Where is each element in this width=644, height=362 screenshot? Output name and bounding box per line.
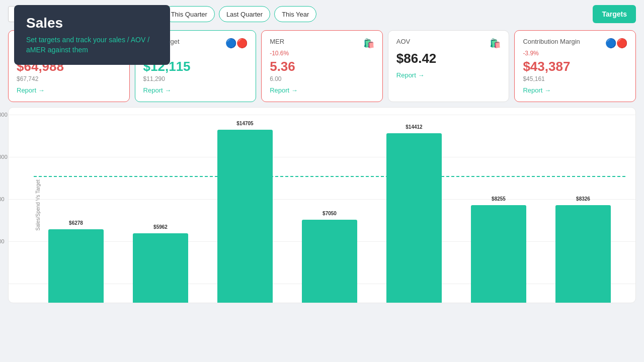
google-icon-4: 🔵🔴 xyxy=(605,38,627,49)
bar: $7050 xyxy=(302,220,357,303)
filter-this-quarter[interactable]: This Quarter xyxy=(164,6,215,22)
bar-value-label: $5962 xyxy=(153,224,168,230)
card-mer-header: MER 🛍️ xyxy=(270,38,374,49)
tooltip-description: Set targets and track your sales / AOV /… xyxy=(26,35,158,55)
card-contribution-change: -3.9% xyxy=(523,50,627,57)
card-aov-value: $86.42 xyxy=(396,51,501,66)
card-contribution-header: Contribution Margin 🔵🔴 xyxy=(523,38,627,49)
top-bar: 9/16/2021 This Month Last Month This Qua… xyxy=(0,0,644,28)
card-ad-subvalue: $11,290 xyxy=(143,75,248,82)
bar-value-label: $14412 xyxy=(406,124,422,130)
card-sales-report[interactable]: Report → xyxy=(17,86,45,94)
card-mer: MER 🛍️ -10.6% 5.36 6.00 Report → xyxy=(261,30,383,102)
bar: $14705 xyxy=(217,130,272,303)
tooltip-title: Sales xyxy=(26,15,158,31)
bar-group: $14705 xyxy=(203,115,287,303)
bar-value-label: $6278 xyxy=(69,220,83,226)
bar-group: $7050 xyxy=(287,115,372,303)
bar-value-label: $8326 xyxy=(576,196,590,202)
card-ad-report[interactable]: Report → xyxy=(143,86,172,94)
card-contribution-title: Contribution Margin xyxy=(523,38,580,45)
bar-value-label: $14705 xyxy=(236,121,253,126)
bar: $8255 xyxy=(471,205,526,303)
card-contribution-value: $43,387 xyxy=(523,59,627,74)
filter-last-quarter[interactable]: Last Quarter xyxy=(219,6,270,22)
google-icon-3: 🛍️ xyxy=(363,38,374,49)
card-aov-report[interactable]: Report → xyxy=(396,71,425,79)
card-contribution: Contribution Margin 🔵🔴 -3.9% $43,387 $45… xyxy=(514,30,636,102)
card-aov: AOV 🛍️ $86.42 Report → xyxy=(388,30,510,102)
card-aov-title: AOV xyxy=(396,38,410,45)
bar: $14412 xyxy=(386,133,441,303)
bar: $5962 xyxy=(133,233,188,303)
bar: $6278 xyxy=(48,229,103,303)
card-mer-subvalue: 6.00 xyxy=(270,75,374,82)
bar-group: $8326 xyxy=(541,115,625,303)
shopify-icon: 🛍️ xyxy=(490,38,501,49)
bar-value-label: $7050 xyxy=(323,211,337,216)
card-sales-subvalue: $67,742 xyxy=(17,75,121,82)
google-icon-2: 🔵🔴 xyxy=(225,38,248,49)
bar: $8326 xyxy=(555,205,610,303)
bar-chart: Sales/Spend Vs Target $16,000$12,000$8,0… xyxy=(8,107,636,303)
card-contribution-report[interactable]: Report → xyxy=(523,86,551,94)
bar-group: $14412 xyxy=(372,115,456,303)
card-mer-title: MER xyxy=(270,38,284,45)
bar-group: $8255 xyxy=(456,115,541,303)
bar-group: $5962 xyxy=(118,115,203,303)
sales-tooltip: Sales Set targets and track your sales /… xyxy=(14,5,170,65)
targets-button[interactable]: Targets xyxy=(593,5,636,23)
card-mer-change: -10.6% xyxy=(270,50,374,57)
card-mer-report[interactable]: Report → xyxy=(270,86,298,94)
filter-this-year[interactable]: This Year xyxy=(274,6,316,22)
bar-value-label: $8255 xyxy=(492,196,506,202)
card-mer-value: 5.36 xyxy=(270,59,374,74)
card-aov-header: AOV 🛍️ xyxy=(396,38,501,49)
card-contribution-subvalue: $45,161 xyxy=(523,75,627,82)
bar-group: $6278 xyxy=(34,115,118,303)
